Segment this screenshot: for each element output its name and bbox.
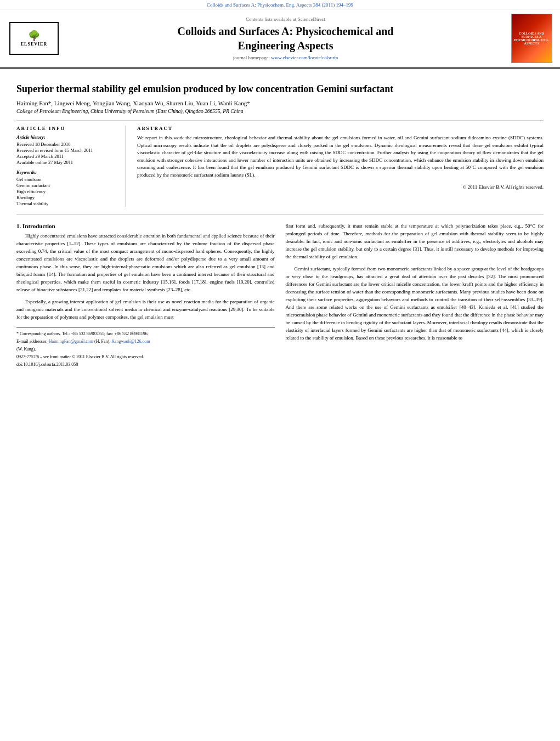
main-content: Superior thermal stability gel emulsion … [0,69,560,380]
journal-cover: COLLOIDS AND SURFACES A PHYSICOCHEM. ENG… [510,14,553,63]
cover-text: COLLOIDS AND SURFACES A PHYSICOCHEM. ENG… [514,32,550,45]
authors-text: Haiming Fan*, Lingwei Meng, Yongjian Wan… [16,100,250,106]
sciencedirect-line: Contents lists available at ScienceDirec… [67,16,504,22]
article-authors: Haiming Fan*, Lingwei Meng, Yongjian Wan… [16,100,544,106]
keyword-thermal: Thermal stability [16,201,119,206]
body-left-column: 1. Introduction Highly concentrated emul… [16,223,275,369]
homepage-label: journal homepage: [233,55,270,60]
footnote-email1-name-text: H. Fan [96,339,108,344]
keywords-label: Keywords: [16,169,119,175]
copyright-line: © 2011 Elsevier B.V. All rights reserved… [137,182,544,190]
logo-tree-icon: 🌳 [28,31,40,41]
article-history-label: Article history: [16,134,119,140]
journal-title: Colloids and Surfaces A: Physicochemical… [67,24,504,53]
abstract-section-title: ABSTRACT [137,126,544,131]
keyword-rheology: Rheology [16,195,119,200]
elsevier-logo: 🌳 ELSEVIER [7,14,61,63]
received-line: Received 18 December 2010 [16,142,119,147]
body-right-para2: Gemini surfactant, typically formed from… [286,265,544,342]
footnote-email-line: E-mail addresses: HaimingFan@gmail.com (… [16,338,275,345]
journal-center: Contents lists available at ScienceDirec… [67,14,504,63]
footnote-area: * Corresponding authors. Tel.: +86 532 8… [16,327,275,368]
journal-title-line2: Engineering Aspects [238,39,333,52]
footnote-star-note: * Corresponding authors. Tel.: +86 532 8… [16,331,275,337]
abstract-column: ABSTRACT We report in this work the micr… [137,126,544,207]
body-left-para2: Especially, a growing interest applicati… [16,298,275,321]
footnote-email1-link[interactable]: HaimingFan@gmail.com [49,339,93,344]
footnote-email2-link[interactable]: Kangwanli@126.com [111,339,150,344]
footnote-email-label: E-mail addresses: [16,339,48,344]
contents-label: Contents lists available at ScienceDirec… [246,16,325,22]
article-info-column: ARTICLE INFO Article history: Received 1… [16,126,126,207]
available-line: Available online 27 May 2011 [16,160,119,165]
keyword-efficiency: High efficiency [16,189,119,194]
footnote-license: 0927-7757/$ – see front matter © 2011 El… [16,354,275,360]
homepage-url[interactable]: www.elsevier.com/locate/colsurfa [271,55,338,60]
footnote-email2-name: (W. Kang). [16,346,275,353]
accepted-line: Accepted 29 March 2011 [16,154,119,159]
body-left-para1: Highly concentrated emulsions have attra… [16,233,275,294]
article-affiliation: College of Petroleum Engineering, China … [16,109,544,114]
received-revised-line: Received in revised form 15 March 2011 [16,148,119,153]
article-info-section-title: ARTICLE INFO [16,126,119,131]
journal-title-line1: Colloids and Surfaces A: Physicochemical… [178,25,394,37]
journal-citation: Colloids and Surfaces A: Physicochem. En… [207,2,353,8]
keyword-gemini: Gemini surfactant [16,183,119,188]
body-right-para1: first form and, subsequently, it must re… [286,223,544,261]
cover-image: COLLOIDS AND SURFACES A PHYSICOCHEM. ENG… [511,14,552,63]
section-divider [16,214,544,215]
body-right-column: first form and, subsequently, it must re… [286,223,544,369]
article-info-abstract-section: ARTICLE INFO Article history: Received 1… [16,121,544,207]
elsevier-label: ELSEVIER [21,42,47,47]
intro-section-title: 1. Introduction [16,223,275,229]
abstract-text: We report in this work the microstructur… [137,134,544,179]
journal-header: 🌳 ELSEVIER Contents lists available at S… [0,9,560,69]
article-title: Superior thermal stability gel emulsion … [16,83,544,95]
journal-homepage: journal homepage: www.elsevier.com/locat… [67,55,504,60]
body-section: 1. Introduction Highly concentrated emul… [16,223,544,369]
keyword-gel-emulsion: Gel emulsion [16,177,119,182]
footnote-doi: doi:10.1016/j.colsurfa.2011.03.058 [16,361,275,368]
logo-box: 🌳 ELSEVIER [9,22,59,55]
top-bar: Colloids and Surfaces A: Physicochem. En… [0,0,560,9]
page-wrapper: Colloids and Surfaces A: Physicochem. En… [0,0,560,741]
